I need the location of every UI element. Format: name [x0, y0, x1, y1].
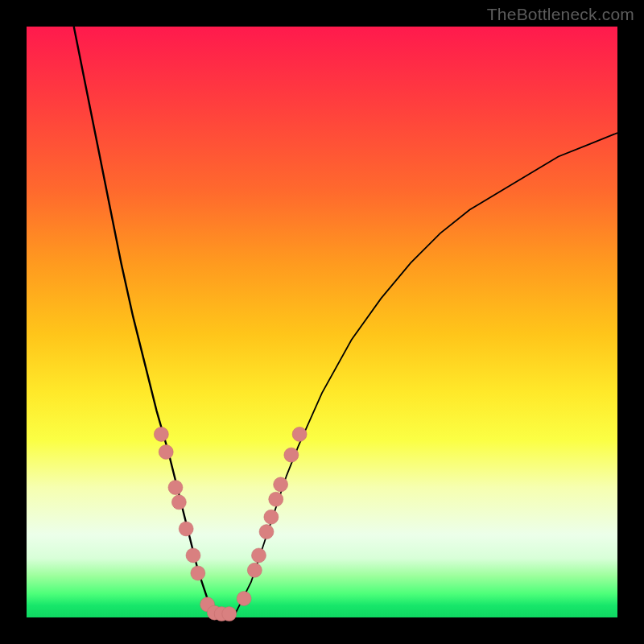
chart-plot-area: [27, 27, 617, 617]
data-marker: [247, 563, 262, 577]
data-marker: [171, 495, 186, 510]
data-marker: [274, 477, 288, 492]
chart-frame: TheBottleneck.com: [0, 0, 644, 644]
marker-group: [154, 427, 307, 621]
data-marker: [264, 510, 279, 524]
data-marker: [269, 492, 283, 506]
data-marker: [237, 592, 251, 606]
data-marker: [284, 448, 299, 462]
data-marker: [292, 427, 307, 441]
data-marker: [222, 607, 237, 621]
watermark-text: TheBottleneck.com: [487, 5, 634, 24]
curve-left: [74, 27, 216, 617]
data-marker: [159, 444, 173, 459]
data-marker: [251, 548, 266, 563]
chart-svg: [27, 27, 617, 617]
data-marker: [168, 481, 183, 495]
data-marker: [259, 525, 274, 539]
data-marker: [186, 548, 200, 563]
data-marker: [191, 566, 205, 580]
data-marker: [179, 522, 193, 536]
curve-right: [233, 133, 617, 617]
data-marker: [154, 427, 168, 441]
